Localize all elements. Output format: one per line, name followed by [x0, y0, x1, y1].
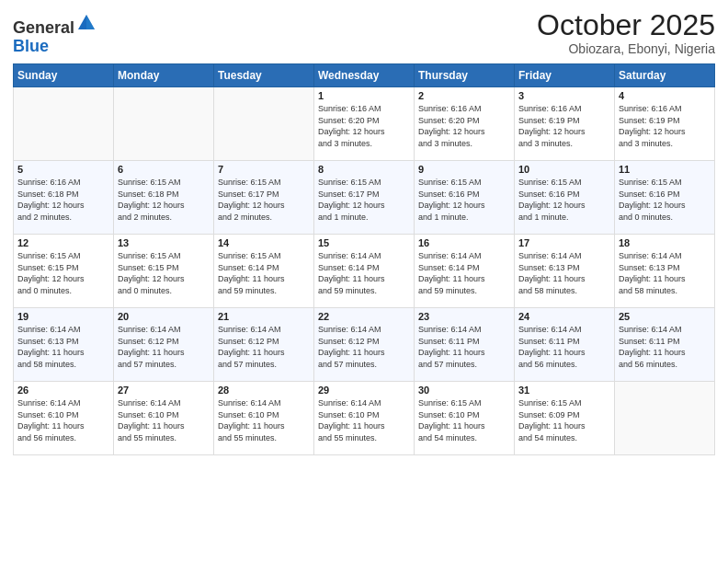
page: General Blue October 2025 Obiozara, Ebon… — [0, 0, 728, 563]
day-number: 8 — [318, 164, 410, 175]
day-info: Sunrise: 6:14 AM Sunset: 6:13 PM Dayligh… — [619, 250, 711, 296]
calendar-cell: 8Sunrise: 6:15 AM Sunset: 6:17 PM Daylig… — [314, 161, 415, 235]
calendar-cell: 15Sunrise: 6:14 AM Sunset: 6:14 PM Dayli… — [314, 235, 415, 308]
calendar-cell: 25Sunrise: 6:14 AM Sunset: 6:11 PM Dayli… — [615, 308, 715, 382]
day-info: Sunrise: 6:15 AM Sunset: 6:14 PM Dayligh… — [218, 250, 310, 296]
day-info: Sunrise: 6:15 AM Sunset: 6:09 PM Dayligh… — [518, 397, 610, 443]
day-number: 7 — [218, 164, 310, 175]
day-number: 20 — [118, 311, 210, 322]
day-info: Sunrise: 6:16 AM Sunset: 6:19 PM Dayligh… — [619, 103, 711, 149]
day-info: Sunrise: 6:15 AM Sunset: 6:17 PM Dayligh… — [318, 177, 410, 223]
calendar-week-row: 26Sunrise: 6:14 AM Sunset: 6:10 PM Dayli… — [14, 382, 715, 455]
svg-marker-1 — [86, 15, 95, 29]
calendar-cell: 18Sunrise: 6:14 AM Sunset: 6:13 PM Dayli… — [615, 235, 715, 308]
day-info: Sunrise: 6:16 AM Sunset: 6:18 PM Dayligh… — [17, 177, 109, 223]
day-number: 9 — [418, 164, 510, 175]
calendar-week-row: 1Sunrise: 6:16 AM Sunset: 6:20 PM Daylig… — [14, 87, 715, 161]
day-number: 23 — [418, 311, 510, 322]
calendar-cell: 31Sunrise: 6:15 AM Sunset: 6:09 PM Dayli… — [515, 382, 615, 455]
weekday-header: Wednesday — [314, 64, 415, 87]
month-title: October 2025 — [537, 9, 715, 41]
day-info: Sunrise: 6:14 AM Sunset: 6:11 PM Dayligh… — [418, 324, 510, 370]
day-number: 19 — [17, 311, 109, 322]
location: Obiozara, Ebonyi, Nigeria — [537, 41, 715, 56]
day-number: 2 — [418, 90, 510, 101]
weekday-header: Saturday — [615, 64, 715, 87]
calendar-cell — [615, 382, 715, 455]
calendar-cell: 28Sunrise: 6:14 AM Sunset: 6:10 PM Dayli… — [214, 382, 314, 455]
day-number: 1 — [318, 90, 410, 101]
day-info: Sunrise: 6:14 AM Sunset: 6:12 PM Dayligh… — [218, 324, 310, 370]
calendar-cell: 26Sunrise: 6:14 AM Sunset: 6:10 PM Dayli… — [14, 382, 114, 455]
calendar-cell: 5Sunrise: 6:16 AM Sunset: 6:18 PM Daylig… — [14, 161, 114, 235]
weekday-header: Monday — [114, 64, 214, 87]
header: General Blue October 2025 Obiozara, Ebon… — [13, 9, 715, 56]
calendar-cell: 16Sunrise: 6:14 AM Sunset: 6:14 PM Dayli… — [415, 235, 515, 308]
day-number: 6 — [118, 164, 210, 175]
calendar-cell: 27Sunrise: 6:14 AM Sunset: 6:10 PM Dayli… — [114, 382, 214, 455]
calendar-cell: 23Sunrise: 6:14 AM Sunset: 6:11 PM Dayli… — [415, 308, 515, 382]
day-info: Sunrise: 6:14 AM Sunset: 6:13 PM Dayligh… — [17, 324, 109, 370]
day-number: 29 — [318, 385, 410, 396]
day-info: Sunrise: 6:15 AM Sunset: 6:16 PM Dayligh… — [418, 177, 510, 223]
weekday-header: Friday — [515, 64, 615, 87]
day-info: Sunrise: 6:14 AM Sunset: 6:10 PM Dayligh… — [118, 397, 210, 443]
calendar-cell: 21Sunrise: 6:14 AM Sunset: 6:12 PM Dayli… — [214, 308, 314, 382]
calendar-cell: 29Sunrise: 6:14 AM Sunset: 6:10 PM Dayli… — [314, 382, 415, 455]
day-number: 27 — [118, 385, 210, 396]
day-number: 13 — [118, 237, 210, 248]
calendar-cell: 9Sunrise: 6:15 AM Sunset: 6:16 PM Daylig… — [415, 161, 515, 235]
day-info: Sunrise: 6:14 AM Sunset: 6:14 PM Dayligh… — [318, 250, 410, 296]
calendar-cell — [114, 87, 214, 161]
day-number: 10 — [518, 164, 610, 175]
day-number: 11 — [619, 164, 711, 175]
logo-general-text: General — [13, 18, 74, 37]
day-info: Sunrise: 6:14 AM Sunset: 6:12 PM Dayligh… — [318, 324, 410, 370]
day-number: 14 — [218, 237, 310, 248]
day-info: Sunrise: 6:16 AM Sunset: 6:19 PM Dayligh… — [518, 103, 610, 149]
calendar-cell: 14Sunrise: 6:15 AM Sunset: 6:14 PM Dayli… — [214, 235, 314, 308]
day-info: Sunrise: 6:16 AM Sunset: 6:20 PM Dayligh… — [418, 103, 510, 149]
logo-icon — [76, 13, 97, 33]
calendar-table: SundayMondayTuesdayWednesdayThursdayFrid… — [13, 63, 715, 455]
day-number: 31 — [518, 385, 610, 396]
day-number: 3 — [518, 90, 610, 101]
day-info: Sunrise: 6:14 AM Sunset: 6:11 PM Dayligh… — [619, 324, 711, 370]
day-number: 5 — [17, 164, 109, 175]
day-number: 25 — [619, 311, 711, 322]
calendar-cell: 19Sunrise: 6:14 AM Sunset: 6:13 PM Dayli… — [14, 308, 114, 382]
day-number: 22 — [318, 311, 410, 322]
calendar-cell: 22Sunrise: 6:14 AM Sunset: 6:12 PM Dayli… — [314, 308, 415, 382]
day-info: Sunrise: 6:15 AM Sunset: 6:18 PM Dayligh… — [118, 177, 210, 223]
day-info: Sunrise: 6:14 AM Sunset: 6:11 PM Dayligh… — [518, 324, 610, 370]
calendar-week-row: 5Sunrise: 6:16 AM Sunset: 6:18 PM Daylig… — [14, 161, 715, 235]
weekday-header: Tuesday — [214, 64, 314, 87]
calendar-cell: 11Sunrise: 6:15 AM Sunset: 6:16 PM Dayli… — [615, 161, 715, 235]
day-number: 30 — [418, 385, 510, 396]
day-number: 16 — [418, 237, 510, 248]
day-info: Sunrise: 6:14 AM Sunset: 6:10 PM Dayligh… — [17, 397, 109, 443]
day-number: 26 — [17, 385, 109, 396]
day-info: Sunrise: 6:14 AM Sunset: 6:14 PM Dayligh… — [418, 250, 510, 296]
calendar-cell: 13Sunrise: 6:15 AM Sunset: 6:15 PM Dayli… — [114, 235, 214, 308]
day-number: 18 — [619, 237, 711, 248]
calendar-week-row: 19Sunrise: 6:14 AM Sunset: 6:13 PM Dayli… — [14, 308, 715, 382]
day-number: 28 — [218, 385, 310, 396]
calendar-cell: 3Sunrise: 6:16 AM Sunset: 6:19 PM Daylig… — [515, 87, 615, 161]
calendar-cell: 10Sunrise: 6:15 AM Sunset: 6:16 PM Dayli… — [515, 161, 615, 235]
calendar-cell: 4Sunrise: 6:16 AM Sunset: 6:19 PM Daylig… — [615, 87, 715, 161]
calendar-cell: 7Sunrise: 6:15 AM Sunset: 6:17 PM Daylig… — [214, 161, 314, 235]
day-number: 21 — [218, 311, 310, 322]
day-info: Sunrise: 6:15 AM Sunset: 6:17 PM Dayligh… — [218, 177, 310, 223]
day-number: 24 — [518, 311, 610, 322]
day-info: Sunrise: 6:14 AM Sunset: 6:12 PM Dayligh… — [118, 324, 210, 370]
calendar-cell: 12Sunrise: 6:15 AM Sunset: 6:15 PM Dayli… — [14, 235, 114, 308]
day-info: Sunrise: 6:15 AM Sunset: 6:15 PM Dayligh… — [118, 250, 210, 296]
day-number: 4 — [619, 90, 711, 101]
day-info: Sunrise: 6:16 AM Sunset: 6:20 PM Dayligh… — [318, 103, 410, 149]
day-info: Sunrise: 6:15 AM Sunset: 6:10 PM Dayligh… — [418, 397, 510, 443]
calendar-cell: 2Sunrise: 6:16 AM Sunset: 6:20 PM Daylig… — [415, 87, 515, 161]
calendar-cell: 1Sunrise: 6:16 AM Sunset: 6:20 PM Daylig… — [314, 87, 415, 161]
day-info: Sunrise: 6:14 AM Sunset: 6:10 PM Dayligh… — [318, 397, 410, 443]
day-info: Sunrise: 6:15 AM Sunset: 6:16 PM Dayligh… — [619, 177, 711, 223]
